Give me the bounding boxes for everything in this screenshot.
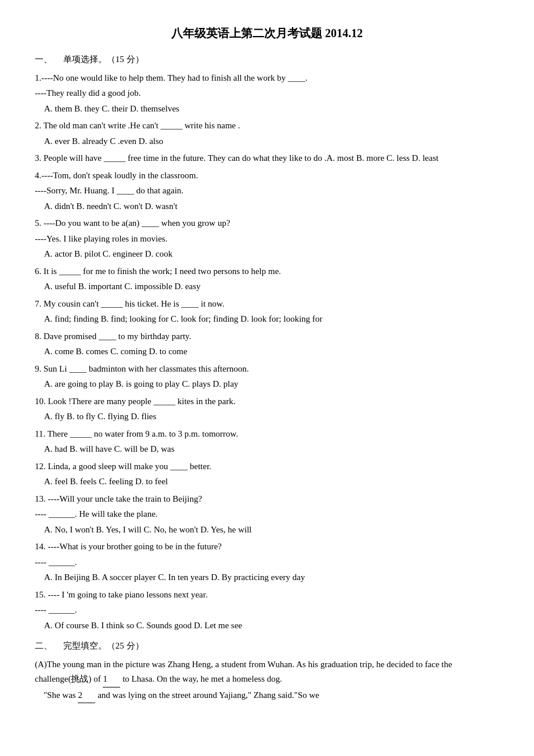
question-11: 11. There _____ no water from 9 a.m. to … [35,427,499,457]
q9-options: A. are going to play B. is going to play… [44,377,499,392]
q4-line2: ----Sorry, Mr. Huang. I ____ do that aga… [35,183,499,199]
question-15: 15. ---- I 'm going to take piano lesson… [35,588,499,633]
question-6: 6. It is _____ for me to finish the work… [35,264,499,294]
question-1: 1.----No one would like to help them. Th… [35,71,499,117]
question-5: 5. ----Do you want to be a(an) ____ when… [35,216,499,262]
q12-line1: 12. Linda, a good sleep will make you __… [35,459,499,474]
page-container: 八年级英语上第二次月考试题 2014.12 一、 单项选择。（15 分） 1.-… [35,23,499,703]
question-2: 2. The old man can't write .He can't ___… [35,118,499,149]
question-8: 8. Dave promised ____ to my birthday par… [35,329,499,359]
q11-line1: 11. There _____ no water from 9 a.m. to … [35,427,499,442]
q7-line1: 7. My cousin can't _____ his ticket. He … [35,297,499,312]
q5-line2: ----Yes. I like playing roles in movies. [35,232,499,247]
question-10: 10. Look !There are many people _____ ki… [35,394,499,424]
question-4: 4.----Tom, don't speak loudly in the cla… [35,168,499,214]
q15-line1: 15. ---- I 'm going to take piano lesson… [35,588,499,603]
q9-line1: 9. Sun Li ____ badminton with her classm… [35,362,499,377]
section2-part-a-text1: (A)The young man in the picture was Zhan… [35,657,499,687]
blank-1: 1 [103,672,120,687]
q14-options: A. In Beijing B. A soccer player C. In t… [44,570,499,585]
section2-header: 二、 完型填空。（25 分） [35,639,499,654]
q14-line2: ---- ______. [35,555,499,570]
q15-line2: ---- ______. [35,603,499,618]
q2-line1: 2. The old man can't write .He can't ___… [35,118,499,134]
q12-options: A. feel B. feels C. feeling D. to feel [44,474,499,489]
q1-line1: 1.----No one would like to help them. Th… [35,71,499,86]
question-12: 12. Linda, a good sleep will make you __… [35,459,499,489]
q14-line1: 14. ----What is your brother going to be… [35,539,499,555]
question-14: 14. ----What is your brother going to be… [35,539,499,585]
q13-options: A. No, I won't B. Yes, I will C. No, he … [44,523,499,538]
q6-options: A. useful B. important C. impossible D. … [44,279,499,294]
q10-options: A. fly B. to fly C. flying D. flies [44,409,499,424]
page-title: 八年级英语上第二次月考试题 2014.12 [35,23,499,43]
question-13: 13. ----Will your uncle take the train t… [35,492,499,538]
q2-options: A. ever B. already C .even D. also [44,134,499,149]
q11-options: A. had B. will have C. will be D, was [44,442,499,457]
q4-options: A. didn't B. needn't C. won't D. wasn't [44,199,499,214]
q10-line1: 10. Look !There are many people _____ ki… [35,394,499,409]
q7-options: A. find; finding B. find; looking for C.… [44,312,499,327]
q5-options: A. actor B. pilot C. engineer D. cook [44,247,499,262]
blank-2: 2 [78,688,95,704]
q4-line1: 4.----Tom, don't speak loudly in the cla… [35,168,499,183]
section1-header: 一、 单项选择。（15 分） [35,52,499,67]
question-3: 3. People will have _____ free time in t… [35,151,499,166]
q15-options: A. Of course B. I think so C. Sounds goo… [44,618,499,633]
question-9: 9. Sun Li ____ badminton with her classm… [35,362,499,392]
q1-line2: ----They really did a good job. [35,86,499,101]
q6-line1: 6. It is _____ for me to finish the work… [35,264,499,279]
q8-options: A. come B. comes C. coming D. to come [44,344,499,359]
part-a-label: (A) [35,660,47,669]
section2-part-a-text2: "She was 2 and was lying on the street a… [35,688,499,704]
q8-line1: 8. Dave promised ____ to my birthday par… [35,329,499,344]
q3-line1: 3. People will have _____ free time in t… [35,151,499,166]
q13-line1: 13. ----Will your uncle take the train t… [35,492,499,507]
section2: 二、 完型填空。（25 分） (A)The young man in the p… [35,639,499,703]
q13-line2: ---- ______. He will take the plane. [35,507,499,522]
q5-line1: 5. ----Do you want to be a(an) ____ when… [35,216,499,231]
q1-options: A. them B. they C. their D. themselves [44,102,499,117]
question-7: 7. My cousin can't _____ his ticket. He … [35,297,499,327]
